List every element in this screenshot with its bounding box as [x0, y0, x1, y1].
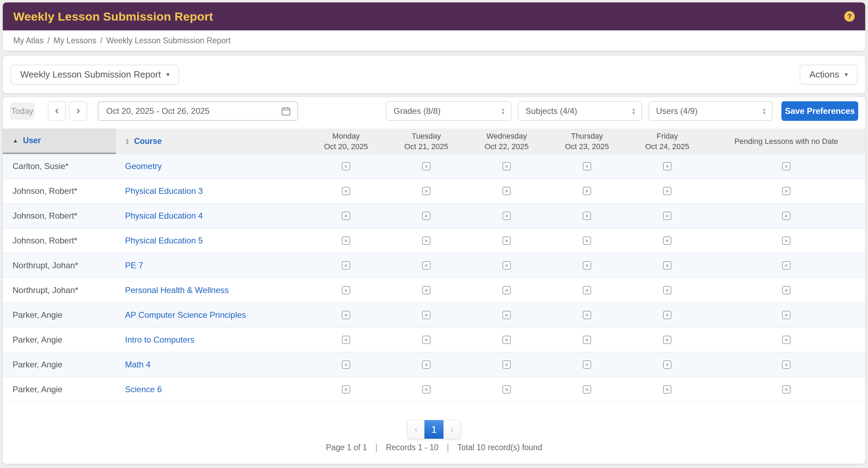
date-range-value: Oct 20, 2025 - Oct 26, 2025 — [106, 106, 209, 116]
date-range-input[interactable]: Oct 20, 2025 - Oct 26, 2025 — [98, 101, 298, 121]
course-link[interactable]: Physical Education 3 — [125, 186, 203, 196]
course-link[interactable]: Geometry — [125, 161, 162, 171]
no-lesson-icon: × — [502, 360, 511, 369]
course-cell: AP Computer Science Principles — [116, 303, 306, 327]
no-lesson-icon: × — [663, 286, 671, 294]
pagination: ‹ 1 › — [407, 420, 461, 439]
no-lesson-icon: × — [583, 385, 591, 394]
wednesday-cell: × — [466, 328, 547, 352]
table-row: Parker, Angie Science 6 × × × × × × — [3, 377, 865, 402]
no-lesson-icon: × — [583, 360, 591, 369]
users-select[interactable]: Users (4/9) ▲▼ — [648, 101, 773, 121]
tuesday-cell: × — [386, 154, 466, 178]
actions-button[interactable]: Actions ▾ — [800, 65, 858, 85]
course-cell: Personal Health & Wellness — [116, 278, 306, 302]
monday-cell: × — [306, 377, 386, 402]
course-column-header[interactable]: ▲▼ Course — [116, 129, 306, 154]
tuesday-cell: × — [386, 352, 466, 377]
no-lesson-icon: × — [342, 385, 350, 394]
wednesday-cell: × — [466, 204, 547, 228]
no-lesson-icon: × — [782, 261, 790, 270]
monday-cell: × — [306, 179, 386, 203]
course-link[interactable]: Personal Health & Wellness — [125, 285, 229, 295]
summary-separator: | — [447, 443, 449, 452]
pending-cell: × — [707, 228, 865, 253]
friday-cell: × — [627, 328, 707, 352]
tuesday-cell: × — [386, 377, 466, 402]
friday-cell: × — [627, 352, 707, 377]
thursday-cell: × — [547, 228, 627, 253]
course-link[interactable]: Math 4 — [125, 360, 150, 370]
tuesday-cell: × — [386, 228, 466, 253]
breadcrumb-current: Weekly Lesson Submission Report — [106, 36, 230, 45]
monday-cell: × — [306, 303, 386, 327]
course-link[interactable]: Intro to Computers — [125, 335, 194, 345]
user-cell: Northrupt, Johan* — [3, 278, 116, 302]
today-button[interactable]: Today — [10, 102, 35, 120]
pending-cell: × — [707, 154, 865, 178]
user-cell: Parker, Angie — [3, 328, 116, 352]
table-row: Parker, Angie AP Computer Science Princi… — [3, 303, 865, 328]
no-lesson-icon: × — [782, 385, 790, 394]
save-preferences-button[interactable]: Save Preferences — [781, 101, 858, 121]
no-lesson-icon: × — [422, 336, 431, 344]
wednesday-cell: × — [466, 303, 547, 327]
summary-separator: | — [375, 443, 377, 452]
friday-cell: × — [627, 179, 707, 203]
course-link[interactable]: PE 7 — [125, 261, 143, 270]
toolbar-card: Weekly Lesson Submission Report ▾ Action… — [3, 56, 865, 93]
no-lesson-icon: × — [782, 162, 790, 170]
user-cell: Northrupt, Johan* — [3, 253, 116, 278]
help-icon: ? — [847, 12, 852, 21]
user-cell-text: Johnson, Robert* — [13, 211, 77, 221]
course-link[interactable]: Science 6 — [125, 385, 162, 394]
next-week-button[interactable]: › — [69, 101, 87, 121]
breadcrumb-my-lessons[interactable]: My Lessons — [53, 36, 96, 45]
monday-cell: × — [306, 253, 386, 278]
subjects-select[interactable]: Subjects (4/4) ▲▼ — [518, 101, 642, 121]
report-selector-button[interactable]: Weekly Lesson Submission Report ▾ — [10, 65, 179, 85]
grades-select-value: Grades (8/8) — [393, 106, 441, 116]
no-lesson-icon: × — [663, 187, 671, 195]
no-lesson-icon: × — [663, 236, 671, 245]
no-lesson-icon: × — [342, 162, 350, 170]
user-column-header[interactable]: ▲ User — [3, 129, 116, 154]
wednesday-cell: × — [466, 154, 547, 178]
table-row: Johnson, Robert* Physical Education 5 × … — [3, 228, 865, 253]
grades-select[interactable]: Grades (8/8) ▲▼ — [386, 101, 512, 121]
table-row: Carlton, Susie* Geometry × × × × × × — [3, 154, 865, 179]
user-cell: Carlton, Susie* — [3, 154, 116, 178]
thursday-cell: × — [547, 377, 627, 402]
table-header: ▲ User ▲▼ Course MondayOct 20, 2025 Tues… — [3, 129, 865, 154]
no-lesson-icon: × — [342, 261, 350, 270]
no-lesson-icon: × — [342, 236, 350, 245]
thursday-cell: × — [547, 179, 627, 203]
pagination-previous-button[interactable]: ‹ — [408, 420, 425, 439]
friday-cell: × — [627, 303, 707, 327]
pending-cell: × — [707, 352, 865, 377]
course-link[interactable]: AP Computer Science Principles — [125, 310, 246, 320]
select-arrows-icon: ▲▼ — [631, 107, 636, 115]
tuesday-cell: × — [386, 328, 466, 352]
no-lesson-icon: × — [502, 162, 511, 170]
no-lesson-icon: × — [422, 212, 431, 220]
help-button[interactable]: ? — [844, 11, 855, 22]
pagination-page-1-button[interactable]: 1 — [425, 420, 444, 439]
no-lesson-icon: × — [782, 187, 790, 195]
caret-down-icon: ▾ — [845, 72, 848, 78]
friday-cell: × — [627, 278, 707, 302]
previous-week-button[interactable]: ‹ — [48, 101, 66, 121]
wednesday-cell: × — [466, 253, 547, 278]
no-lesson-icon: × — [583, 336, 591, 344]
course-link[interactable]: Physical Education 5 — [125, 236, 203, 246]
pagination-next-button[interactable]: › — [444, 420, 461, 439]
sort-ascending-icon: ▲ — [13, 138, 18, 144]
wednesday-cell: × — [466, 179, 547, 203]
no-lesson-icon: × — [342, 286, 350, 294]
breadcrumb-my-atlas[interactable]: My Atlas — [13, 36, 44, 45]
no-lesson-icon: × — [502, 311, 511, 319]
course-link[interactable]: Physical Education 4 — [125, 211, 203, 221]
no-lesson-icon: × — [782, 360, 790, 369]
thursday-cell: × — [547, 253, 627, 278]
no-lesson-icon: × — [502, 385, 511, 394]
